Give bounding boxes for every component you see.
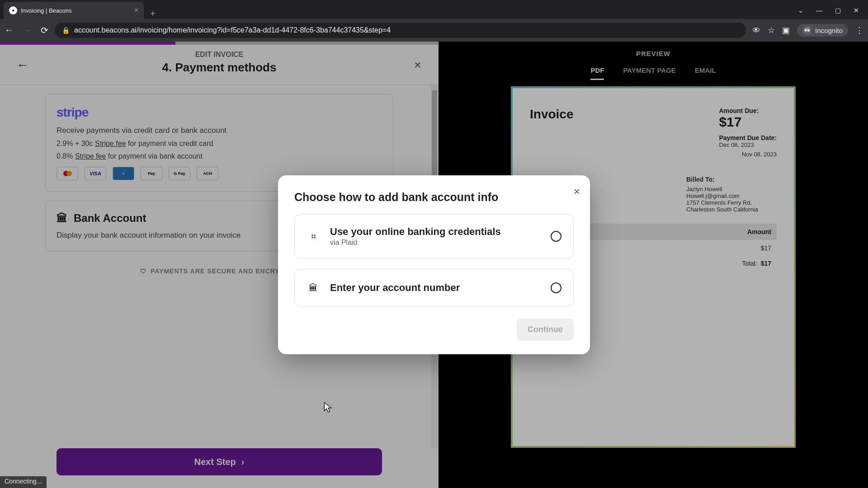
chevron-down-icon[interactable]: ⌄ bbox=[798, 7, 803, 14]
option-manual[interactable]: 🏛 Enter your account number bbox=[294, 269, 574, 307]
incognito-icon: 🕶 bbox=[802, 26, 811, 35]
incognito-badge[interactable]: 🕶 Incognito bbox=[797, 24, 848, 37]
lock-icon: 🔒 bbox=[62, 27, 70, 34]
bookmark-star-icon[interactable]: ☆ bbox=[768, 25, 775, 35]
close-window-icon[interactable]: ✕ bbox=[854, 7, 859, 14]
radio-plaid[interactable] bbox=[551, 231, 561, 242]
site-favicon: ✦ bbox=[9, 6, 17, 14]
minimize-icon[interactable]: ― bbox=[816, 7, 822, 14]
modal-close-icon[interactable]: × bbox=[574, 185, 580, 198]
maximize-icon[interactable]: ▢ bbox=[835, 7, 841, 14]
option-plaid-title: Use your online banking credentials bbox=[330, 226, 541, 238]
browser-tab[interactable]: ✦ Invoicing | Beacons × bbox=[4, 2, 144, 19]
option-manual-title: Enter your account number bbox=[330, 282, 541, 294]
forward-icon: → bbox=[23, 25, 32, 36]
incognito-label: Incognito bbox=[815, 27, 843, 34]
reload-icon[interactable]: ⟳ bbox=[41, 25, 48, 36]
modal-title: Choose how to add bank account info bbox=[294, 191, 574, 204]
bank-info-modal: × Choose how to add bank account info ⌗ … bbox=[278, 175, 590, 354]
option-plaid-sub: via Plaid bbox=[330, 239, 541, 247]
browser-tab-bar: ✦ Invoicing | Beacons × + ⌄ ― ▢ ✕ bbox=[0, 0, 868, 19]
status-bar: Connecting... bbox=[0, 476, 47, 488]
tab-title: Invoicing | Beacons bbox=[21, 7, 131, 14]
eye-off-icon[interactable]: 👁 bbox=[752, 26, 760, 35]
radio-manual[interactable] bbox=[551, 282, 561, 293]
close-tab-icon[interactable]: × bbox=[134, 6, 138, 14]
panel-icon[interactable]: ▣ bbox=[782, 25, 790, 35]
address-bar[interactable]: 🔒 account.beacons.ai/invoicing/home/invo… bbox=[55, 23, 746, 38]
back-icon[interactable]: ← bbox=[5, 25, 14, 36]
browser-toolbar: ← → ⟳ 🔒 account.beacons.ai/invoicing/hom… bbox=[0, 19, 868, 42]
window-controls: ⌄ ― ▢ ✕ bbox=[798, 2, 868, 19]
continue-button[interactable]: Continue bbox=[517, 319, 574, 341]
bank-icon: 🏛 bbox=[307, 281, 320, 295]
option-plaid[interactable]: ⌗ Use your online banking credentials vi… bbox=[294, 214, 574, 259]
plaid-icon: ⌗ bbox=[307, 230, 320, 243]
new-tab-button[interactable]: + bbox=[144, 9, 162, 19]
url-text: account.beacons.ai/invoicing/home/invoic… bbox=[74, 26, 391, 34]
kebab-menu-icon[interactable]: ⋮ bbox=[855, 25, 863, 35]
